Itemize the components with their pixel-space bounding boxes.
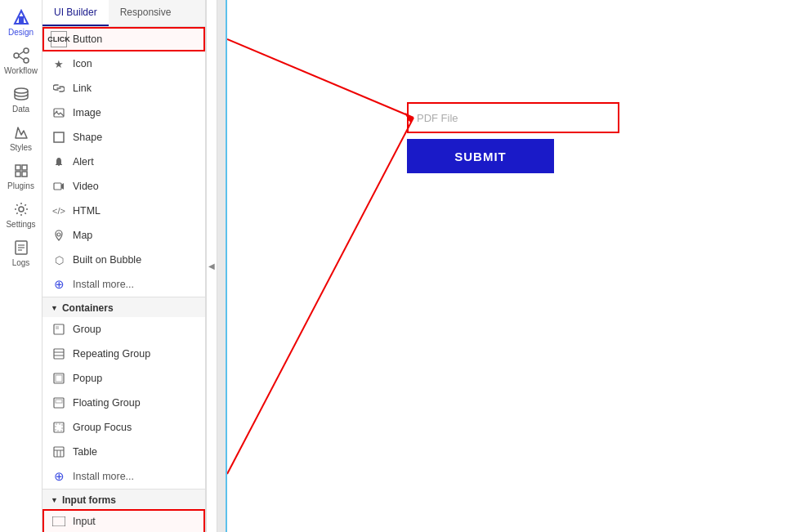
panel-item-repeating-group[interactable]: Repeating Group [42, 342, 205, 366]
alert-icon [51, 154, 67, 170]
submit-button[interactable]: SUBMIT [407, 139, 554, 173]
link-icon [51, 80, 67, 96]
svg-line-42 [227, 118, 413, 474]
workflow-icon [12, 47, 30, 65]
panel-item-install-2[interactable]: ⊕ Install more... [42, 464, 205, 489]
panel-item-link[interactable]: Link [42, 76, 205, 101]
sidebar-item-settings[interactable]: Settings [0, 195, 42, 234]
svg-line-5 [19, 51, 24, 55]
panel-item-shape[interactable]: Shape [42, 125, 205, 150]
panel-item-image[interactable]: Image [42, 101, 205, 125]
section-containers: ▼ Containers [42, 297, 205, 317]
svg-rect-24 [54, 349, 64, 359]
table-icon [51, 444, 67, 460]
svg-point-12 [19, 207, 24, 212]
install-2-icon: ⊕ [51, 468, 67, 485]
svg-rect-1 [19, 16, 24, 24]
svg-point-2 [14, 53, 19, 58]
styles-icon [12, 123, 30, 141]
svg-line-41 [227, 39, 413, 118]
svg-rect-19 [54, 132, 64, 142]
panel-item-icon[interactable]: ★ Icon [42, 51, 205, 76]
panel-item-alert[interactable]: Alert [42, 150, 205, 174]
section-input-forms: ▼ Input forms [42, 489, 205, 509]
component-panel: UI Builder Responsive CLICK Button ★ Ico… [42, 0, 206, 532]
svg-point-21 [57, 233, 60, 236]
sidebar-item-logs[interactable]: Logs [0, 234, 42, 272]
sidebar-item-workflow[interactable]: Workflow [0, 42, 42, 80]
sidebar-item-design[interactable]: Design [0, 3, 42, 42]
group-focus-icon [51, 419, 67, 436]
html-icon: </> [51, 203, 67, 219]
panel-item-floating-group[interactable]: Floating Group [42, 391, 205, 415]
svg-rect-28 [56, 375, 62, 382]
left-sidebar: Design Workflow Data Styles Plugins [0, 0, 42, 532]
panel-item-video[interactable]: Video [42, 174, 205, 199]
panel-item-table[interactable]: Table [42, 440, 205, 464]
pdf-file-input[interactable]: PDF File [407, 102, 619, 133]
red-arrows-overlay [227, 0, 809, 532]
install-1-icon: ⊕ [51, 276, 67, 293]
settings-icon [12, 200, 30, 218]
panel-item-bubble[interactable]: ⬡ Built on Bubble [42, 248, 205, 272]
svg-rect-8 [16, 165, 20, 170]
sidebar-item-styles[interactable]: Styles [0, 118, 42, 157]
svg-rect-20 [54, 183, 61, 190]
panel-list: CLICK Button ★ Icon Link Image [42, 27, 205, 532]
svg-rect-32 [56, 424, 62, 431]
svg-rect-10 [16, 172, 20, 177]
video-icon [51, 178, 67, 194]
canvas-page: PDF File SUBMIT [226, 0, 809, 532]
panel-item-popup[interactable]: Popup [42, 366, 205, 391]
button-icon: CLICK [51, 31, 67, 47]
svg-line-6 [19, 56, 24, 60]
svg-point-3 [24, 48, 29, 53]
panel-item-input[interactable]: Input [42, 509, 205, 532]
image-icon [51, 105, 67, 121]
floating-group-icon [51, 395, 67, 411]
svg-rect-23 [56, 326, 59, 329]
svg-rect-33 [54, 447, 64, 457]
panel-tabs: UI Builder Responsive [42, 0, 205, 27]
panel-item-group-focus[interactable]: Group Focus [42, 415, 205, 440]
repeating-group-icon [51, 346, 67, 362]
sidebar-item-plugins[interactable]: Plugins [0, 157, 42, 195]
logs-icon [12, 239, 30, 257]
svg-rect-9 [22, 165, 27, 170]
pdf-placeholder: PDF File [417, 112, 458, 124]
panel-item-install-1[interactable]: ⊕ Install more... [42, 272, 205, 297]
svg-point-4 [24, 58, 29, 63]
canvas-area: PDF File SUBMIT [217, 0, 809, 532]
panel-item-group[interactable]: Group [42, 317, 205, 342]
panel-item-html[interactable]: </> HTML [42, 199, 205, 223]
shape-icon [51, 129, 67, 145]
input-icon [51, 513, 67, 530]
design-icon [12, 8, 30, 26]
panel-item-map[interactable]: Map [42, 223, 205, 248]
data-icon [12, 85, 30, 103]
tab-ui-builder[interactable]: UI Builder [42, 0, 109, 26]
svg-rect-11 [22, 172, 27, 177]
bubble-icon: ⬡ [51, 252, 67, 268]
panel-item-button[interactable]: CLICK Button [42, 27, 205, 51]
icon-icon: ★ [51, 56, 67, 72]
plugins-icon [12, 162, 30, 180]
tab-responsive[interactable]: Responsive [109, 0, 183, 26]
sidebar-item-data[interactable]: Data [0, 80, 42, 118]
input-forms-arrow: ▼ [51, 496, 58, 504]
collapse-panel-button[interactable]: ◀ [206, 0, 217, 532]
svg-rect-30 [56, 400, 62, 403]
group-icon [51, 321, 67, 338]
svg-point-7 [15, 88, 28, 93]
map-icon [51, 227, 67, 244]
svg-rect-37 [52, 516, 65, 526]
popup-icon [51, 370, 67, 387]
containers-arrow: ▼ [51, 304, 58, 312]
